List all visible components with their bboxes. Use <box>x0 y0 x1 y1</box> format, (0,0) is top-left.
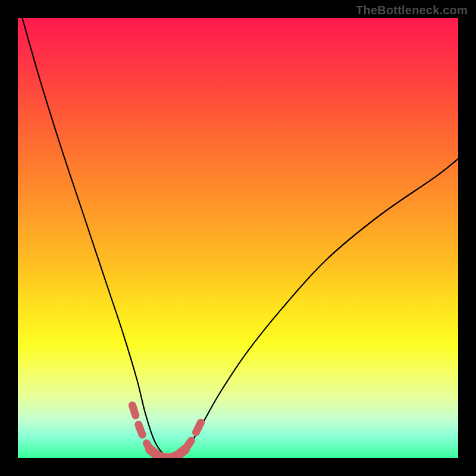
chart-frame: TheBottleneck.com <box>0 0 476 476</box>
bottleneck-curve <box>22 18 458 458</box>
optimal-region-right-dashes <box>185 418 203 449</box>
optimal-region-valley <box>150 449 185 458</box>
plot-area <box>18 18 458 458</box>
curves-svg <box>18 18 458 458</box>
watermark-text: TheBottleneck.com <box>356 4 468 17</box>
optimal-region-left-dashes <box>132 405 150 449</box>
